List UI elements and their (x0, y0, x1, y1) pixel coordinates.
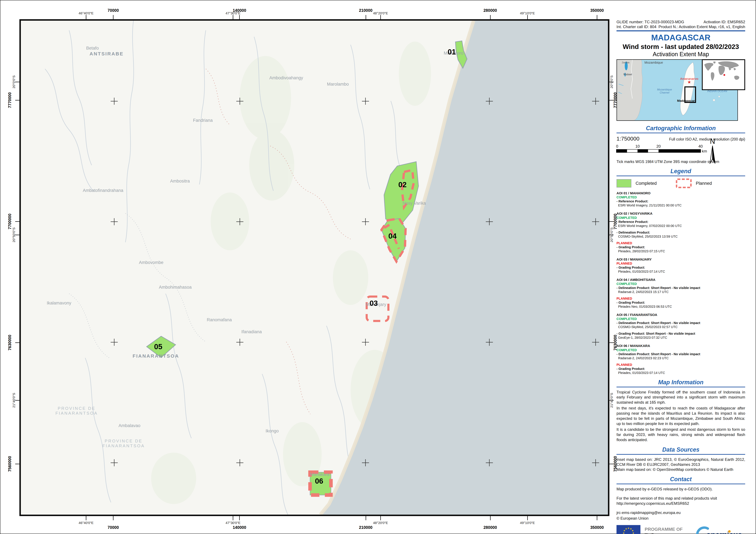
contact-link[interactable]: For the latest version of this map and r… (616, 496, 745, 506)
axis-label-utm-y: 7560000 (8, 456, 12, 472)
aoi-product-line: - Grading Product: (616, 266, 745, 269)
eu-programme-label: PROGRAMME OF THE EUROPEAN UNION (645, 526, 692, 534)
map-tick (15, 343, 19, 343)
aoi-product-line: ESRI World Imagery, 07/02/2022 00:00 UTC (616, 224, 745, 228)
svg-text:★: ★ (632, 529, 634, 532)
spacer (616, 239, 745, 241)
spacer (616, 360, 745, 363)
spacer (616, 329, 745, 332)
axis-label-deg-y: 21°40'0"S (610, 393, 614, 408)
divider (616, 387, 745, 387)
map-tick (233, 516, 233, 520)
contact-line: © European Union (616, 516, 745, 521)
label-mozambique: Mozambique (644, 61, 663, 64)
map-tick (15, 100, 19, 100)
map-tick (490, 15, 491, 19)
island-mauritius (713, 99, 715, 101)
label-zambia: Zambia (622, 61, 630, 64)
aoi-legend-entry: AOI 01 / MAHANOROCOMPLETED- Reference Pr… (616, 191, 745, 207)
map-tick (239, 15, 240, 19)
map-tick (365, 516, 366, 520)
axis-label-deg-x: 48°20'0"E (373, 11, 388, 15)
island-reunion (718, 96, 720, 97)
aoi-entry-title: AOI 06 / MANAKARA (616, 344, 745, 348)
aoi-label-02[interactable]: 02 (398, 180, 407, 189)
map-tick (527, 516, 528, 520)
label-malawi: Malawi (623, 73, 632, 76)
label-antananarivo: Antananarivo (680, 77, 698, 80)
completed-label: Completed (635, 181, 657, 186)
aoi-product-line: - Grading Product: Short Report - No vis… (616, 332, 745, 336)
axis-label-utm-x: 350000 (590, 8, 604, 13)
map-tick (597, 15, 597, 19)
map-subtitle: Activation Extent Map (616, 51, 745, 58)
section-legend-heading: Legend (616, 168, 745, 175)
divider (616, 133, 745, 133)
map-tick (86, 516, 86, 520)
planned-label: Planned (696, 181, 712, 186)
svg-text:★: ★ (625, 527, 627, 530)
scalebar-0: 0 (616, 144, 618, 149)
aoi-status: COMPLETED (616, 216, 745, 220)
divider (616, 484, 745, 484)
aoi-product-line: COSMO-SkyMed, 25/02/2023 13:59 UTC (616, 235, 745, 239)
scalebar: 0 10 20 40 km N (616, 144, 720, 159)
axis-label-utm-x: 70000 (108, 525, 119, 530)
section-map-information-heading: Map Information (616, 379, 745, 386)
axis-label-deg-y: 20°0'0"S (12, 75, 16, 89)
aoi-status: COMPLETED (616, 282, 745, 286)
map-tick (113, 516, 114, 520)
glide-number: GLIDE number: TC-2023-000023-MDG (616, 20, 684, 24)
aoi-label-03[interactable]: 03 (369, 299, 378, 308)
map-tick (527, 15, 528, 19)
map-tick (365, 15, 366, 19)
axis-label-deg-x: 49°10'0"E (520, 11, 535, 15)
axis-label-deg-x: 46°40'0"E (79, 521, 94, 525)
aoi-status: COMPLETED (616, 348, 745, 352)
aoi-product-line: Pleiades, 01/03/2023 07:14 UTC (616, 269, 745, 274)
map-tick (15, 221, 19, 222)
product-name: Product N.: Activation Extent Map, r16, … (659, 25, 745, 29)
axis-label-deg-x: 49°10'0"E (520, 521, 535, 525)
aoi-legend-entry: AOI 04 / AMBOHITSARACOMPLETED- Delineati… (616, 278, 745, 309)
aoi-product-line: - Grading Product: (616, 367, 745, 371)
aoi-label-04[interactable]: 04 (388, 232, 396, 240)
aoi-label-05[interactable]: 05 (154, 342, 162, 351)
data-source-line: Inset map based on: JRC 2013, © EuroGeog… (616, 457, 745, 467)
aoi-entry-title: AOI 03 / MANANJARY (616, 257, 745, 262)
aoi-product-line: - Delineation Product: Short Report - No… (616, 286, 745, 290)
axis-label-deg-x: 48°20'0"E (373, 521, 388, 525)
divider (616, 176, 745, 176)
info-panel: GLIDE number: TC-2023-000023-MDG Activat… (616, 19, 745, 534)
axis-label-utm-x: 210000 (359, 525, 372, 530)
label-madagascar: Madagascar (677, 99, 695, 102)
map-information-text: Tropical Cyclone Freddy formed off the s… (616, 390, 745, 443)
map-tick (239, 516, 240, 520)
axis-label-utm-x: 280000 (483, 525, 497, 530)
map-tick (86, 15, 86, 19)
aoi-status: COMPLETED (616, 195, 745, 199)
aoi-product-line: GeoEye-1, 28/02/2023 07:32 UTC (616, 336, 745, 340)
aoi-legend-list: AOI 01 / MAHANOROCOMPLETED- Reference Pr… (616, 191, 745, 375)
aoi-label-06[interactable]: 06 (315, 477, 323, 485)
north-arrow-icon: N (706, 138, 719, 165)
map-scale: 1:750000 (616, 136, 639, 142)
aoi-entry-title: AOI 04 / AMBOHITSARA (616, 278, 745, 282)
header-divider (616, 30, 745, 31)
charter-call-id: Int. Charter call ID: 804 (616, 25, 657, 29)
scalebar-20: 20 (657, 144, 661, 149)
aoi-legend-entry: AOI 05 / FIANARANTSOACOMPLETED- Delineat… (616, 313, 745, 340)
map-information-paragraph: It is a candidate to be the strongest an… (616, 427, 745, 443)
aoi-status: PLANNED (616, 262, 745, 266)
axis-label-deg-y: 21°40'0"S (12, 393, 16, 408)
axis-label-utm-x: 350000 (590, 525, 604, 530)
aoi-status: COMPLETED (616, 317, 745, 321)
activation-id: Activation ID: EMSR652 (704, 20, 745, 24)
scalebar-40: 40 (698, 144, 703, 149)
world-continents (704, 62, 739, 81)
aoi-label-01[interactable]: 01 (447, 47, 456, 56)
contact-link[interactable]: jrc-ems-rapidmapping@ec.europa.eu (616, 510, 745, 515)
map-tick (597, 516, 597, 520)
aoi-product-line: - Reference Product: (616, 220, 745, 224)
aoi-status: PLANNED (616, 241, 745, 245)
